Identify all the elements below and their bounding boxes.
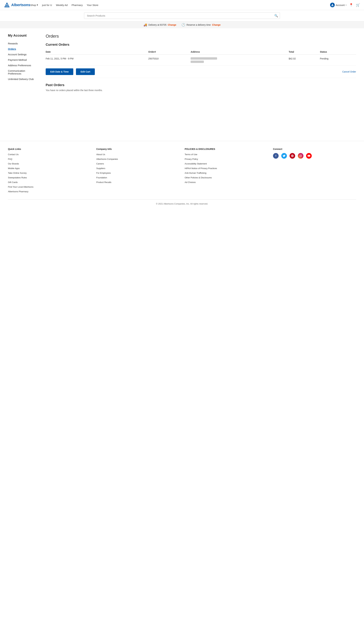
instagram-icon[interactable] bbox=[298, 153, 303, 159]
nav-weekly-ad[interactable]: Weekly Ad bbox=[56, 4, 68, 6]
other-policies-link[interactable]: Other Policies & Disclosures bbox=[185, 176, 212, 179]
policies-list: Terms of Use Privacy Policy Accessibilit… bbox=[185, 153, 268, 184]
col-order-number: Order# bbox=[148, 49, 191, 55]
terms-link[interactable]: Terms of Use bbox=[185, 153, 197, 156]
pharmacy-link[interactable]: Albertsons Pharmacy bbox=[8, 190, 29, 193]
about-us-link[interactable]: About Us bbox=[96, 153, 105, 156]
sidebar-item-orders[interactable]: Orders bbox=[8, 46, 38, 52]
account-chevron-icon: ▾ bbox=[346, 4, 347, 6]
search-input[interactable] bbox=[84, 12, 280, 19]
col-status: Status bbox=[320, 49, 356, 55]
order-address bbox=[191, 55, 289, 66]
sidebar-menu: Rewards Orders Account Settings Payment … bbox=[8, 41, 38, 82]
suppliers-link[interactable]: Suppliers bbox=[96, 167, 105, 170]
albertsons-companies-link[interactable]: Albertsons Companies bbox=[96, 158, 118, 160]
list-item: Suppliers bbox=[96, 167, 179, 170]
accessibility-link[interactable]: Accessibility Statement bbox=[185, 162, 207, 165]
product-recalls-link[interactable]: Product Recalls bbox=[96, 181, 111, 184]
col-date: Date bbox=[46, 49, 148, 55]
pinterest-icon[interactable] bbox=[290, 153, 295, 159]
foundation-link[interactable]: Foundation bbox=[96, 176, 107, 179]
account-label: Account bbox=[336, 4, 345, 6]
blurred-address-line1 bbox=[191, 57, 217, 60]
mobile-apps-link[interactable]: Mobile Apps bbox=[8, 167, 20, 170]
footer-connect: Connect f bbox=[273, 148, 356, 195]
gift-cards-link[interactable]: Gift Cards bbox=[8, 181, 18, 184]
delivery-change-link[interactable]: Change bbox=[168, 23, 176, 26]
logo[interactable]: Albertsons bbox=[4, 2, 30, 8]
sidebar: My Account Rewards Orders Account Settin… bbox=[8, 34, 38, 122]
nav-your-store[interactable]: Your Store bbox=[87, 4, 98, 6]
account-button[interactable]: Account ▾ bbox=[330, 3, 347, 7]
careers-link[interactable]: Careers bbox=[96, 162, 104, 165]
contact-us-link[interactable]: Contact Us bbox=[8, 153, 18, 156]
list-item: Our Brands bbox=[8, 162, 91, 165]
edit-cart-button[interactable]: Edit Cart bbox=[76, 69, 95, 75]
list-item: Contact Us bbox=[8, 153, 91, 156]
hipaa-link[interactable]: HIPAA Notice of Privacy Practices bbox=[185, 167, 217, 170]
main-nav: Shop ▾ just for U Weekly Ad Pharmacy You… bbox=[30, 3, 330, 6]
company-info-title: Company Info bbox=[96, 148, 179, 150]
col-address: Address bbox=[191, 49, 289, 55]
account-icon bbox=[330, 3, 335, 7]
footer-policies: POLICIES & DISCLOSURES Terms of Use Priv… bbox=[185, 148, 268, 195]
past-orders-empty-text: You have no orders placed within the las… bbox=[46, 89, 356, 92]
header-right: Account ▾ 📍 🛒 bbox=[330, 3, 360, 7]
sidebar-item-unlimited-delivery-club[interactable]: Unlimited Delivery Club bbox=[8, 76, 38, 82]
current-orders-title: Current Orders bbox=[46, 43, 356, 47]
list-item: Product Recalls bbox=[96, 181, 179, 184]
take-survey-link[interactable]: Take Online Survey bbox=[8, 172, 27, 174]
list-item: Careers bbox=[96, 162, 179, 165]
list-item: Gift Cards bbox=[8, 181, 91, 184]
reserve-change-link[interactable]: Change bbox=[212, 23, 221, 26]
list-item: For Employees bbox=[96, 172, 179, 174]
header: Albertsons Shop ▾ just for U Weekly Ad P… bbox=[0, 0, 364, 28]
footer: Quick Links Contact Us FAQ Our Brands Mo… bbox=[0, 141, 364, 210]
list-item: Sweepstakes Rules bbox=[8, 176, 91, 179]
reserve-text: Reserve a delivery time bbox=[186, 23, 211, 26]
facebook-icon[interactable]: f bbox=[273, 153, 279, 159]
orders-table-header-row: Date Order# Address Total Status bbox=[46, 49, 356, 55]
table-row: Feb 11, 2021, 5 PM - 9 PM 25075310 $42.0… bbox=[46, 55, 356, 66]
nav-shop[interactable]: Shop ▾ bbox=[30, 3, 38, 6]
list-item: Accessibility Statement bbox=[185, 162, 268, 165]
shop-chevron-icon: ▾ bbox=[37, 3, 38, 6]
sidebar-item-payment-method[interactable]: Payment Method bbox=[8, 57, 38, 63]
ad-choices-link[interactable]: Ad Choices bbox=[185, 181, 196, 184]
list-item: About Us bbox=[96, 153, 179, 156]
edit-date-time-button[interactable]: Edit Date & Time bbox=[46, 69, 73, 75]
list-item: Take Online Survey bbox=[8, 172, 91, 174]
nav-just-for-u[interactable]: just for U bbox=[42, 4, 52, 6]
social-icons: f bbox=[273, 153, 356, 159]
sidebar-item-communication-preferences[interactable]: Communication Preferences bbox=[8, 68, 38, 76]
company-info-list: About Us Albertsons Companies Careers Su… bbox=[96, 153, 179, 184]
for-employees-link[interactable]: For Employees bbox=[96, 172, 111, 174]
clock-icon: 🕐 bbox=[182, 23, 185, 27]
order-number: 25075310 bbox=[148, 55, 191, 66]
cart-icon[interactable]: 🛒 bbox=[356, 3, 360, 7]
copyright-text: © 2021 Albertsons Companies, Inc. All ri… bbox=[156, 203, 208, 205]
find-local-link[interactable]: Find Your Local Albertsons bbox=[8, 186, 33, 188]
list-item: Find Your Local Albertsons bbox=[8, 186, 91, 188]
orders-table-body: Feb 11, 2021, 5 PM - 9 PM 25075310 $42.0… bbox=[46, 55, 356, 66]
list-item: Privacy Policy bbox=[185, 158, 268, 160]
delivery-text: Delivery at 83705 bbox=[149, 23, 166, 26]
order-date: Feb 11, 2021, 5 PM - 9 PM bbox=[46, 55, 148, 66]
blurred-address-line2 bbox=[191, 61, 204, 63]
twitter-icon[interactable] bbox=[281, 153, 287, 159]
list-item: Mobile Apps bbox=[8, 167, 91, 170]
anti-trafficking-link[interactable]: Anti-Human Trafficking bbox=[185, 172, 206, 174]
sidebar-item-rewards[interactable]: Rewards bbox=[8, 41, 38, 46]
search-button[interactable]: 🔍 bbox=[274, 14, 278, 17]
faq-link[interactable]: FAQ bbox=[8, 158, 12, 160]
our-brands-link[interactable]: Our Brands bbox=[8, 162, 19, 165]
sidebar-item-account-settings[interactable]: Account Settings bbox=[8, 52, 38, 57]
location-icon[interactable]: 📍 bbox=[349, 3, 353, 7]
sweepstakes-link[interactable]: Sweepstakes Rules bbox=[8, 176, 27, 179]
sidebar-item-address-preferences[interactable]: Address Preferences bbox=[8, 63, 38, 68]
cancel-order-button[interactable]: Cancel Order bbox=[342, 70, 356, 73]
youtube-icon[interactable] bbox=[306, 153, 312, 159]
nav-pharmacy[interactable]: Pharmacy bbox=[72, 4, 83, 6]
quick-links-title: Quick Links bbox=[8, 148, 91, 150]
privacy-link[interactable]: Privacy Policy bbox=[185, 158, 198, 160]
